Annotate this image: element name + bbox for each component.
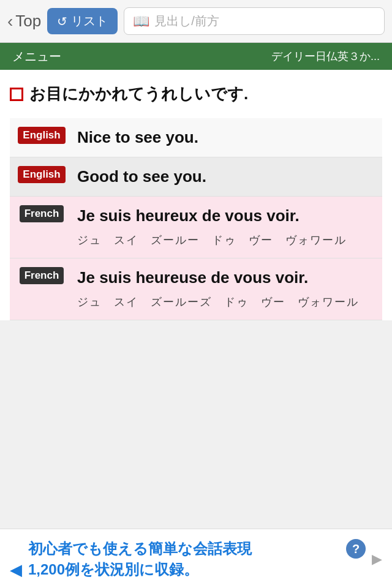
menu-bar: メニュー デイリー日仏英３か... [0,43,392,70]
entry-main-text: Je suis heureuse de vous voir. [77,267,376,288]
french-badge: French [20,267,64,284]
footer-left-arrow-icon[interactable]: ◀ [10,560,22,579]
list-button-label: リスト [71,13,108,29]
menu-bar-right-label: デイリー日仏英３か... [271,49,380,64]
book-icon: 📖 [133,13,149,29]
red-square-icon [10,88,23,101]
entry-main-text: Je suis heureux de vous voir. [77,205,376,227]
badge-cell: French [10,258,77,320]
list-button[interactable]: ↺ リスト [47,8,118,34]
footer: ◀ 初心者でも使える簡単な会話表現 ? 1,200例を状況別に収録。 ▶ [0,529,392,588]
top-navigation: ‹ Top ↺ リスト 📖 見出し/前方 [0,0,392,43]
search-field[interactable]: 📖 見出し/前方 [124,7,385,35]
entries-list: English Nice to see you. English Good to… [10,118,382,320]
refresh-icon: ↺ [57,14,67,29]
badge-cell: French [10,197,77,258]
heading-japanese-text: お目にかかれてうれしいです. [29,83,248,105]
japanese-heading: お目にかかれてうれしいです. [10,81,382,107]
badge-cell: English [10,118,77,157]
english-badge: English [18,127,65,144]
table-row[interactable]: French Je suis heureux de vous voir. ジュ … [10,197,382,258]
entry-text-cell: Je suis heureuse de vous voir. ジュ スイ ズール… [77,258,382,320]
footer-line2-text: 1,200例を状況別に収録。 [28,560,366,579]
footer-text-row: ◀ 初心者でも使える簡単な会話表現 ? 1,200例を状況別に収録。 ▶ [10,539,382,579]
entry-text-cell: Good to see you. [77,157,382,196]
back-arrow-icon: ‹ [7,12,13,31]
table-row[interactable]: English Good to see you. [10,157,382,197]
english-badge: English [18,166,65,183]
main-content: お目にかかれてうれしいです. English Nice to see you. … [0,70,392,320]
entry-phonetic-text: ジュ スイ ズールー ドゥ ヴー ヴォワール [77,232,376,249]
search-placeholder-text: 見出し/前方 [154,13,219,29]
menu-bar-left-label: メニュー [12,48,61,65]
help-icon[interactable]: ? [346,539,366,559]
back-button[interactable]: ‹ Top [7,12,41,31]
entry-main-text: Nice to see you. [77,127,376,148]
back-label: Top [15,12,41,31]
entry-main-text: Good to see you. [77,166,376,187]
table-row[interactable]: English Nice to see you. [10,118,382,157]
entry-phonetic-text: ジュ スイ ズールーズ ドゥ ヴー ヴォワール [77,293,376,311]
french-badge: French [20,205,64,222]
footer-line1-text: 初心者でも使える簡単な会話表現 [28,539,341,559]
entry-text-cell: Nice to see you. [77,118,382,157]
table-row[interactable]: French Je suis heureuse de vous voir. ジュ… [10,258,382,320]
badge-cell: English [10,157,77,196]
entry-text-cell: Je suis heureux de vous voir. ジュ スイ ズールー… [77,197,382,258]
footer-right-arrow-icon[interactable]: ▶ [372,551,382,567]
